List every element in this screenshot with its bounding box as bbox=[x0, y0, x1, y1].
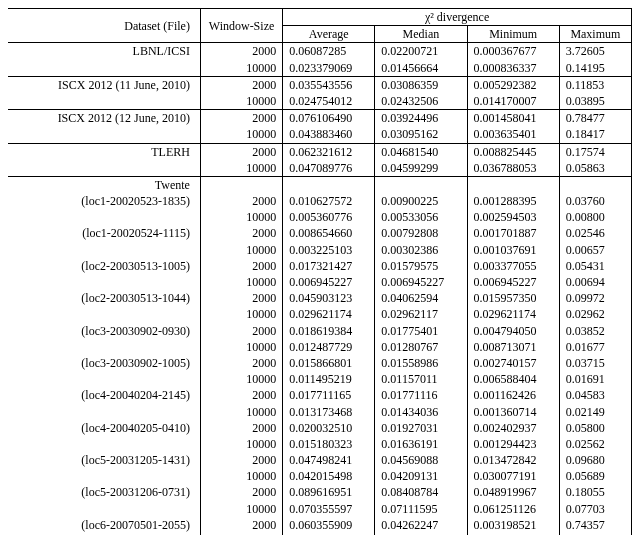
cell-max: 0.14195 bbox=[559, 60, 631, 77]
cell-avg: 0.029621174 bbox=[283, 306, 375, 322]
cell-avg: 0.047498241 bbox=[283, 452, 375, 468]
cell-med: 0.02432506 bbox=[375, 93, 467, 110]
dataset-name: Twente bbox=[8, 176, 200, 193]
dataset-name: LBNL/ICSI bbox=[8, 43, 200, 60]
cell-med: 0.01771116 bbox=[375, 387, 467, 403]
cell-min: 0.015957350 bbox=[467, 290, 559, 306]
cell-min bbox=[467, 176, 559, 193]
dataset-name: (loc1-20020523-1835) bbox=[8, 193, 200, 209]
cell-med: 0.01636191 bbox=[375, 436, 467, 452]
dataset-name: (loc4-20040204-2145) bbox=[8, 387, 200, 403]
cell-min: 0.008713071 bbox=[467, 339, 559, 355]
cell-med: 0.04062594 bbox=[375, 290, 467, 306]
cell-max: 0.03895 bbox=[559, 93, 631, 110]
dataset-name: (loc3-20030902-1005) bbox=[8, 355, 200, 371]
dataset-name bbox=[8, 274, 200, 290]
cell-min: 0.013472842 bbox=[467, 452, 559, 468]
cell-min: 0.005292382 bbox=[467, 76, 559, 93]
cell-avg: 0.060355909 bbox=[283, 517, 375, 533]
cell-med: 0.00533056 bbox=[375, 209, 467, 225]
cell-min: 0.000367677 bbox=[467, 43, 559, 60]
dataset-name: (loc1-20020524-1115) bbox=[8, 225, 200, 241]
cell-med: 0.03095162 bbox=[375, 126, 467, 143]
window-size: 10000 bbox=[200, 274, 282, 290]
window-size: 2000 bbox=[200, 517, 282, 533]
window-size: 2000 bbox=[200, 193, 282, 209]
cell-med: 0.00792808 bbox=[375, 225, 467, 241]
cell-min: 0.004794050 bbox=[467, 323, 559, 339]
window-size: 2000 bbox=[200, 484, 282, 500]
cell-min: 0.029621174 bbox=[467, 306, 559, 322]
dataset-name bbox=[8, 306, 200, 322]
window-size: 2000 bbox=[200, 420, 282, 436]
window-size: 2000 bbox=[200, 143, 282, 160]
cell-avg: 0.070355597 bbox=[283, 501, 375, 517]
header-max: Maximum bbox=[559, 26, 631, 43]
cell-max: 0.05863 bbox=[559, 160, 631, 177]
dataset-name bbox=[8, 501, 200, 517]
cell-max: 0.17574 bbox=[559, 143, 631, 160]
cell-avg: 0.008654660 bbox=[283, 225, 375, 241]
dataset-name: (loc2-20030513-1005) bbox=[8, 258, 200, 274]
cell-max: 0.00694 bbox=[559, 274, 631, 290]
cell-avg: 0.018619384 bbox=[283, 323, 375, 339]
cell-max: 0.03715 bbox=[559, 355, 631, 371]
cell-med: 0.00302386 bbox=[375, 242, 467, 258]
window-size: 2000 bbox=[200, 258, 282, 274]
cell-avg: 0.035543556 bbox=[283, 76, 375, 93]
cell-med: 0.07111595 bbox=[375, 501, 467, 517]
cell-med: 0.03924496 bbox=[375, 110, 467, 127]
cell-med: 0.02962117 bbox=[375, 306, 467, 322]
dataset-name bbox=[8, 60, 200, 77]
window-size: 2000 bbox=[200, 323, 282, 339]
header-window: Window-Size bbox=[200, 9, 282, 43]
cell-min: 0.061251126 bbox=[467, 501, 559, 517]
dataset-name bbox=[8, 242, 200, 258]
header-med: Median bbox=[375, 26, 467, 43]
dataset-name: (loc3-20030902-0930) bbox=[8, 323, 200, 339]
cell-max: 0.03760 bbox=[559, 193, 631, 209]
cell-med: 0.01456664 bbox=[375, 60, 467, 77]
window-size: 2000 bbox=[200, 452, 282, 468]
cell-max: 0.05800 bbox=[559, 420, 631, 436]
cell-med: 0.04262247 bbox=[375, 517, 467, 533]
cell-min: 0.002594503 bbox=[467, 209, 559, 225]
dataset-name bbox=[8, 126, 200, 143]
dataset-name: ISCX 2012 (12 June, 2010) bbox=[8, 110, 200, 127]
cell-avg: 0.06087285 bbox=[283, 43, 375, 60]
cell-min: 0.001037691 bbox=[467, 242, 559, 258]
window-size: 10000 bbox=[200, 209, 282, 225]
window-size: 10000 bbox=[200, 371, 282, 387]
cell-avg: 0.020032510 bbox=[283, 420, 375, 436]
window-size: 10000 bbox=[200, 60, 282, 77]
window-size: 10000 bbox=[200, 242, 282, 258]
cell-max bbox=[559, 176, 631, 193]
header-min: Minimum bbox=[467, 26, 559, 43]
cell-avg bbox=[283, 176, 375, 193]
window-size: 2000 bbox=[200, 76, 282, 93]
window-size: 2000 bbox=[200, 110, 282, 127]
cell-avg: 0.012487729 bbox=[283, 339, 375, 355]
cell-avg: 0.006945227 bbox=[283, 274, 375, 290]
header-avg: Average bbox=[283, 26, 375, 43]
dataset-name bbox=[8, 339, 200, 355]
cell-min: 0.001294423 bbox=[467, 436, 559, 452]
cell-min: 0.006588404 bbox=[467, 371, 559, 387]
cell-min: 0.002402937 bbox=[467, 420, 559, 436]
cell-med: 0.01558986 bbox=[375, 355, 467, 371]
cell-min: 0.001162426 bbox=[467, 387, 559, 403]
cell-max: 0.05431 bbox=[559, 258, 631, 274]
dataset-name: (loc5-20031206-0731) bbox=[8, 484, 200, 500]
dataset-name bbox=[8, 371, 200, 387]
cell-min: 0.006945227 bbox=[467, 274, 559, 290]
cell-min: 0.003377055 bbox=[467, 258, 559, 274]
cell-med: 0.01280767 bbox=[375, 339, 467, 355]
window-size: 2000 bbox=[200, 225, 282, 241]
dataset-name bbox=[8, 209, 200, 225]
dataset-name: ISCX 2012 (11 June, 2010) bbox=[8, 76, 200, 93]
cell-avg: 0.043883460 bbox=[283, 126, 375, 143]
cell-med: 0.04681540 bbox=[375, 143, 467, 160]
cell-min: 0.001701887 bbox=[467, 225, 559, 241]
cell-min: 0.000836337 bbox=[467, 60, 559, 77]
cell-avg: 0.017321427 bbox=[283, 258, 375, 274]
